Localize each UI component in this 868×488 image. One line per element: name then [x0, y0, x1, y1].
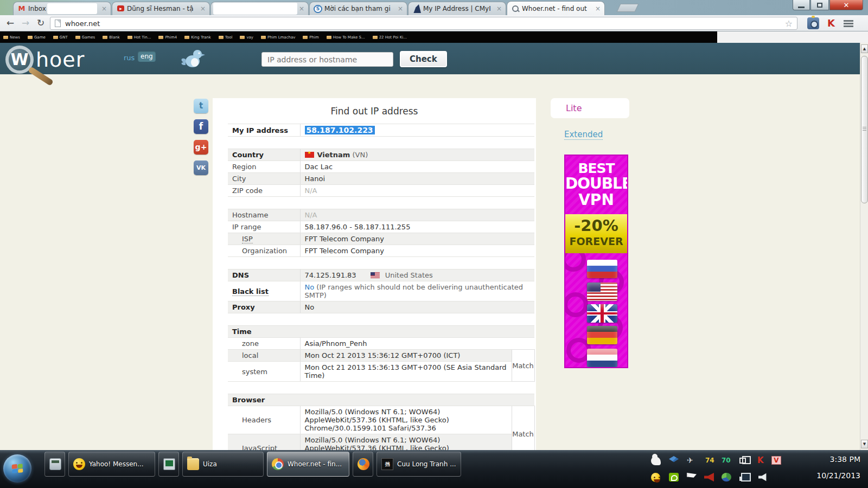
network-tray-icon[interactable] — [741, 473, 751, 481]
screenshot-extension-icon[interactable] — [807, 17, 819, 29]
window-close-button[interactable]: ✕ — [829, 0, 863, 10]
row-label[interactable]: Black list — [228, 281, 300, 301]
bookmark-item[interactable]: King Trank — [184, 35, 211, 40]
action-center-flag-icon[interactable]: ✕ — [687, 473, 697, 481]
address-bar[interactable]: whoer.net ☆ — [50, 17, 797, 30]
browser-tab[interactable]: Dũng sĩ Hesman - tậ× — [112, 2, 210, 15]
twitter-bird-icon[interactable] — [178, 47, 206, 69]
start-button[interactable] — [3, 454, 31, 483]
magnifier-favicon-icon — [511, 4, 520, 13]
scroll-down-button[interactable]: ▼ — [861, 440, 868, 448]
yahoo-tray-icon[interactable] — [651, 473, 660, 482]
check-button[interactable]: Check — [400, 51, 447, 67]
language-eng-badge[interactable]: eng — [138, 51, 156, 62]
table-row: ZIP codeN/A — [228, 185, 534, 197]
bookmark-label: How To Make S... — [333, 35, 365, 40]
value-text: Vietnam — [317, 151, 350, 159]
bookmark-item[interactable]: News — [3, 35, 20, 40]
taskbar-button-chrome[interactable]: Whoer.net - fin... — [267, 452, 349, 477]
browser-tab[interactable]: MInbox× — [13, 2, 111, 15]
googleplus-share-icon[interactable]: g+ — [194, 140, 208, 155]
chrome-menu-icon[interactable] — [843, 17, 854, 29]
tab-close-icon[interactable]: × — [595, 5, 601, 12]
facebook-share-icon[interactable]: f — [194, 119, 208, 134]
kaspersky-tray-icon[interactable]: K — [757, 456, 767, 465]
taskbar-button-cuulong[interactable]: 挡Cuu Long Tranh ... — [376, 452, 461, 477]
vpn-ad-banner[interactable]: BEST DOUBLE VPN -20% FOREVER — [564, 155, 628, 368]
bookmark-item[interactable]: Phim — [303, 35, 318, 40]
reload-button[interactable]: ↻ — [34, 16, 48, 30]
chain-ring — [564, 292, 588, 317]
nvidia-tray-icon[interactable] — [669, 473, 679, 481]
window-minimize-button[interactable] — [793, 0, 810, 10]
vk-share-icon[interactable]: VK — [194, 160, 208, 175]
tab-close-icon[interactable]: × — [398, 5, 403, 12]
match-cell: Match — [512, 350, 534, 382]
window-maximize-button[interactable] — [810, 0, 829, 10]
tab-close-icon[interactable]: × — [101, 5, 107, 12]
speaker-tray-icon[interactable] — [758, 473, 768, 481]
tab-close-icon[interactable]: × — [299, 5, 304, 12]
bookmark-item[interactable]: 22 Hot Poi Ki... — [373, 35, 407, 40]
tab-extended[interactable]: Extended — [564, 130, 603, 140]
v-tray-icon[interactable]: V — [771, 456, 781, 465]
tab-close-icon[interactable]: × — [496, 5, 502, 12]
browser-tab[interactable]: SMời các bạn tham gi× — [309, 2, 407, 15]
bookmark-star-icon[interactable]: ☆ — [785, 18, 793, 29]
tooltip-term[interactable]: ISP — [242, 235, 253, 243]
bookmark-item[interactable]: GNT — [53, 35, 68, 40]
row-value: N/A — [300, 209, 534, 221]
folder-icon — [75, 36, 80, 39]
cloud-tray-icon[interactable] — [651, 457, 661, 465]
temp-badge-yellow[interactable]: 74 — [705, 456, 715, 465]
taskbar-button-remote[interactable] — [158, 452, 179, 477]
bookmark-item[interactable]: Games — [75, 35, 95, 40]
table-row: RegionDac Lac — [228, 161, 534, 173]
tab-close-icon[interactable]: × — [200, 5, 206, 12]
row-label[interactable]: ISP — [228, 233, 300, 245]
clock-date: 10/21/2013 — [801, 470, 860, 481]
value-text: FPT Telecom Company — [305, 235, 384, 243]
browser-tab[interactable]: My IP Address | CMyI× — [408, 2, 506, 15]
forward-button[interactable]: → — [18, 16, 33, 30]
taskbar-button-firefox[interactable] — [353, 452, 373, 477]
url-text[interactable]: whoer.net — [65, 20, 785, 28]
row-value: FPT Telecom Company — [300, 233, 534, 245]
tooltip-term[interactable]: Black list — [232, 287, 269, 296]
window-stack-tray-icon[interactable] — [739, 458, 746, 464]
selected-ip-value: 58.187.102.223 — [305, 126, 375, 134]
bookmark-item[interactable]: Phim Lmachav — [261, 35, 295, 40]
taskbar-button-calculator[interactable] — [44, 452, 65, 477]
bookmark-item[interactable]: vay — [240, 35, 253, 40]
volume-red-tray-icon[interactable] — [704, 473, 714, 481]
airplane-tray-icon[interactable]: ✈ — [687, 456, 697, 465]
bookmark-item[interactable]: How To Make S... — [327, 35, 365, 40]
browser-tab[interactable]: × — [210, 2, 309, 15]
value-link[interactable]: No — [305, 283, 315, 291]
dropbox-tray-icon[interactable] — [669, 456, 679, 465]
taskbar-clock[interactable]: 3:38 PM 10/21/2013 — [801, 453, 860, 481]
bookmark-item[interactable]: Game — [28, 35, 46, 40]
bookmark-item[interactable]: Phim4 — [158, 35, 177, 40]
twitter-share-icon[interactable]: t — [194, 99, 208, 113]
tab-lite[interactable]: Lite — [551, 98, 629, 118]
back-button[interactable]: ← — [3, 16, 17, 30]
new-tab-button[interactable] — [617, 4, 639, 12]
ip-info-table: HostnameN/AIP range58.187.96.0 - 58.187.… — [228, 209, 534, 257]
taskbar-button-yahoo[interactable]: Yahoo! Messen... — [68, 452, 155, 477]
censored-area — [213, 3, 297, 15]
browser-tab[interactable]: Whoer.net - find out× — [507, 1, 605, 15]
kaspersky-extension-icon[interactable]: K — [825, 17, 837, 29]
bookmark-item[interactable]: Blank — [103, 35, 120, 40]
ip-search-input[interactable] — [261, 52, 393, 67]
us-flag-icon — [371, 272, 380, 278]
bookmark-item[interactable]: Hot Tin... — [127, 35, 151, 40]
bookmark-item[interactable]: Tool — [219, 35, 233, 40]
taskbar-button-folder[interactable]: Uiza — [182, 452, 264, 477]
page-scrollbar[interactable]: ▲ ▼ — [860, 43, 868, 450]
language-rus-link[interactable]: rus — [124, 54, 135, 62]
idm-tray-icon[interactable] — [722, 473, 731, 481]
scroll-up-button[interactable]: ▲ — [861, 44, 868, 53]
scrollbar-thumb[interactable] — [861, 56, 868, 203]
temp-badge-green[interactable]: 70 — [722, 456, 731, 465]
